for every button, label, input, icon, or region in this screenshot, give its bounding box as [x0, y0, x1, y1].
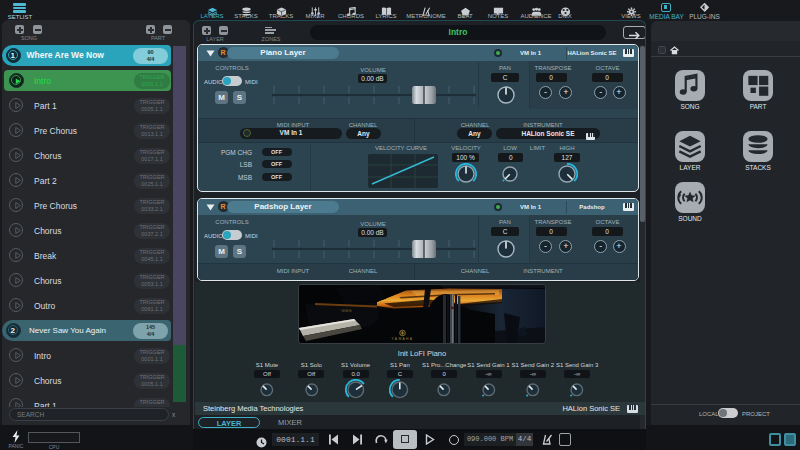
svg-text:YAMAHA: YAMAHA — [341, 309, 352, 313]
svg-text:YAMAHA: YAMAHA — [392, 337, 414, 341]
